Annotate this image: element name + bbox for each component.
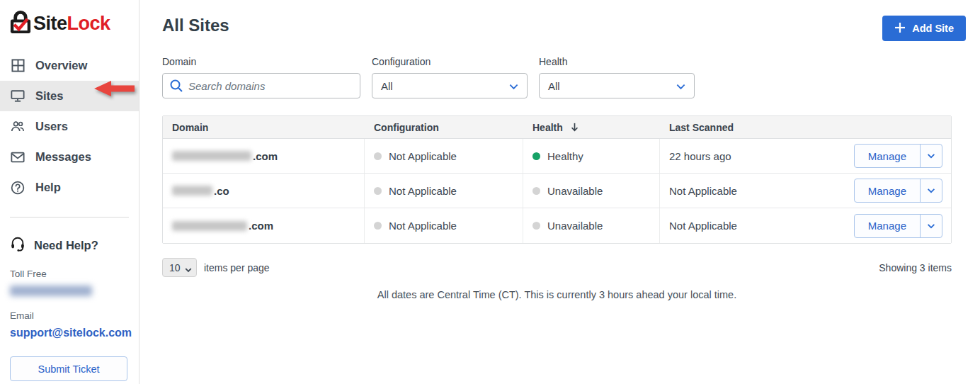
sidebar-divider [10, 217, 129, 218]
status-dot-gray [374, 152, 382, 160]
redacted-domain-name [172, 186, 212, 196]
domain-cell: .com [163, 208, 365, 243]
last-scanned-cell: Not Applicable Manage [660, 174, 951, 208]
domain-filter-label: Domain [162, 56, 360, 67]
manage-split-button: Manage [854, 144, 942, 168]
main-header: All Sites Add Site [162, 16, 966, 41]
configuration-cell: Not Applicable [365, 139, 523, 173]
table-row: .com Not Applicable Unavailable Not Appl… [163, 208, 951, 243]
manage-split-button: Manage [854, 179, 942, 203]
manage-dropdown-toggle[interactable] [921, 179, 942, 202]
sidebar-nav: Overview Sites Users Messages [0, 50, 139, 203]
chevron-down-icon [508, 81, 519, 92]
configuration-cell: Not Applicable [365, 174, 523, 208]
timezone-note: All dates are Central Time (CT). This is… [162, 289, 952, 300]
showing-items-label: Showing 3 items [879, 262, 952, 273]
last-scanned-cell: 22 hours ago Manage [660, 139, 951, 173]
users-icon [11, 120, 25, 134]
configuration-filter: Configuration All [372, 56, 528, 98]
configuration-select[interactable]: All [372, 73, 528, 98]
padlock-check-icon [8, 10, 32, 38]
chevron-down-icon [184, 264, 193, 273]
manage-split-button: Manage [854, 214, 942, 238]
domain-search-input[interactable] [162, 73, 360, 98]
manage-button[interactable]: Manage [855, 215, 921, 237]
table-row: .com Not Applicable Healthy 22 hours ago… [163, 139, 951, 174]
monitor-icon [11, 89, 25, 103]
search-icon [169, 79, 183, 93]
support-email-link[interactable]: support@sitelock.com [10, 327, 132, 339]
sidebar: SiteLock Overview Sites Users [0, 0, 139, 384]
domain-cell: .co [163, 174, 365, 208]
sidebar-item-messages[interactable]: Messages [0, 142, 139, 172]
sidebar-item-label: Messages [35, 150, 91, 164]
sidebar-item-users[interactable]: Users [0, 111, 139, 142]
domain-cell: .com [163, 139, 365, 173]
need-help-section: Need Help? Toll Free Email support@sitel… [10, 236, 139, 381]
status-dot-green [532, 152, 540, 160]
sidebar-item-label: Help [35, 181, 61, 194]
last-scanned-cell: Not Applicable Manage [660, 208, 951, 243]
sitelock-logo[interactable]: SiteLock [8, 10, 139, 38]
page-title: All Sites [162, 16, 229, 35]
redacted-domain-name [172, 221, 247, 231]
logo-wordmark: SiteLock [33, 13, 110, 35]
health-cell: Healthy [523, 139, 660, 173]
configuration-filter-label: Configuration [372, 56, 528, 67]
filters-bar: Domain Configuration All Heal [162, 56, 966, 98]
sidebar-item-sites[interactable]: Sites [0, 81, 139, 111]
sidebar-item-label: Sites [35, 89, 63, 103]
table-header: Domain Configuration Health Last Scanned [163, 116, 951, 139]
health-filter-label: Health [539, 56, 695, 67]
manage-button[interactable]: Manage [855, 145, 921, 167]
column-header-domain[interactable]: Domain [163, 122, 365, 133]
sidebar-item-label: Overview [35, 59, 87, 72]
sidebar-item-overview[interactable]: Overview [0, 50, 139, 81]
main-content: All Sites Add Site Domain Configurati [139, 0, 980, 384]
column-header-configuration[interactable]: Configuration [365, 122, 523, 133]
health-select[interactable]: All [539, 73, 695, 98]
manage-dropdown-toggle[interactable] [921, 215, 942, 237]
envelope-icon [11, 150, 25, 164]
pagination-bar: 10 items per page Showing 3 items [162, 258, 952, 277]
table-row: .co Not Applicable Unavailable Not Appli… [163, 174, 951, 208]
sidebar-item-help[interactable]: Help [0, 172, 139, 203]
submit-ticket-button[interactable]: Submit Ticket [10, 356, 127, 381]
health-filter: Health All [539, 56, 695, 98]
page-size-select[interactable]: 10 [162, 258, 197, 277]
items-per-page-label: items per page [204, 262, 270, 273]
sidebar-item-label: Users [35, 120, 68, 133]
plus-icon [894, 22, 906, 35]
add-site-button[interactable]: Add Site [882, 16, 966, 41]
toll-free-label: Toll Free [10, 269, 139, 279]
sites-table: Domain Configuration Health Last Scanned… [162, 115, 952, 244]
grid-icon [11, 59, 25, 73]
status-dot-gray [374, 222, 382, 230]
sort-descending-icon [569, 122, 580, 132]
sitelock-dashboard: SiteLock Overview Sites Users [0, 0, 980, 384]
email-label: Email [10, 310, 139, 321]
status-dot-gray [532, 187, 540, 195]
headset-icon [10, 236, 25, 254]
configuration-cell: Not Applicable [365, 208, 523, 243]
need-help-title: Need Help? [10, 236, 139, 254]
domain-filter: Domain [162, 56, 360, 98]
column-header-last-scanned[interactable]: Last Scanned [660, 122, 951, 133]
status-dot-gray [374, 187, 382, 195]
manage-button[interactable]: Manage [855, 179, 921, 202]
status-dot-gray [532, 222, 540, 230]
column-header-health[interactable]: Health [523, 122, 660, 133]
manage-dropdown-toggle[interactable] [921, 145, 942, 167]
question-circle-icon [11, 181, 25, 195]
chevron-down-icon [676, 81, 686, 92]
redacted-phone-number [10, 286, 92, 296]
health-cell: Unavailable [523, 208, 660, 243]
redacted-domain-name [172, 151, 251, 161]
health-cell: Unavailable [523, 174, 660, 208]
